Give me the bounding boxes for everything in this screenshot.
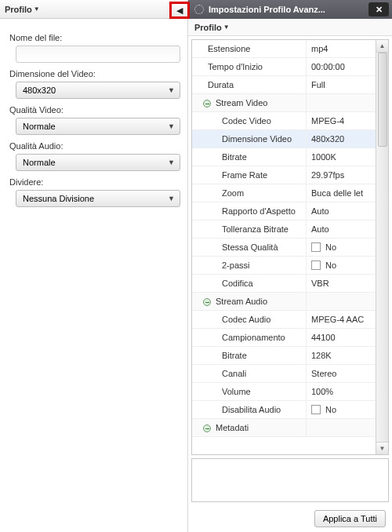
audio-quality-select[interactable]: Normale ▼: [16, 154, 180, 171]
scroll-up-icon[interactable]: ▲: [376, 40, 388, 53]
property-value[interactable]: Auto: [306, 202, 376, 220]
property-value[interactable]: 44100: [306, 329, 376, 346]
property-value[interactable]: Buca delle let: [306, 184, 376, 202]
chevron-down-icon: ▼: [168, 86, 175, 94]
chevron-down-icon: ▼: [168, 159, 175, 166]
description-box: [191, 458, 389, 502]
property-value[interactable]: Stereo: [306, 365, 376, 382]
property-value[interactable]: 100%: [306, 383, 376, 400]
filename-label: Nome del file:: [9, 33, 180, 42]
chevron-down-icon: ▼: [168, 122, 175, 130]
property-value[interactable]: 128K: [306, 347, 376, 364]
checkbox[interactable]: [311, 242, 321, 252]
property-row[interactable]: Codec VideoMPEG-4: [192, 112, 376, 130]
property-row[interactable]: Tempo d'Inizio00:00:00: [192, 58, 376, 76]
property-key: Bitrate: [192, 351, 306, 360]
property-row[interactable]: Metadati: [192, 419, 376, 437]
property-value[interactable]: VBR: [306, 275, 376, 292]
chevron-down-icon: ▼: [168, 195, 175, 202]
property-row[interactable]: Bitrate1000K: [192, 148, 376, 166]
scrollbar[interactable]: ▲ ▼: [376, 40, 388, 454]
left-header-title: Profilo: [5, 5, 32, 14]
property-key: Bitrate: [192, 152, 306, 162]
property-key: Zoom: [192, 188, 306, 198]
checkbox[interactable]: [311, 261, 321, 270]
property-value[interactable]: 480x320: [306, 130, 376, 148]
property-key: Disabilita Audio: [192, 405, 306, 414]
videosize-select[interactable]: 480x320 ▼: [16, 82, 180, 99]
property-row[interactable]: DurataFull: [192, 76, 376, 94]
split-select[interactable]: Nessuna Divisione ▼: [16, 190, 180, 207]
property-value[interactable]: [306, 419, 376, 436]
property-key: Estensione: [192, 44, 306, 53]
property-value[interactable]: MPEG-4: [306, 112, 376, 129]
property-value[interactable]: [306, 293, 376, 310]
property-key: Stream Video: [192, 98, 306, 107]
collapse-icon[interactable]: [203, 100, 211, 107]
videosize-value: 480x320: [23, 86, 56, 95]
property-row[interactable]: Bitrate128K: [192, 347, 376, 365]
property-key: Codec Video: [192, 116, 306, 126]
property-key: Codifica: [192, 279, 306, 288]
property-value[interactable]: mp4: [306, 40, 376, 57]
property-key: Volume: [192, 387, 306, 396]
property-value[interactable]: Full: [306, 76, 376, 93]
split-value: Nessuna Divisione: [23, 194, 94, 203]
left-header[interactable]: Profilo ▼: [0, 0, 187, 19]
property-row[interactable]: CanaliStereo: [192, 365, 376, 383]
property-value[interactable]: No: [306, 257, 376, 274]
profile-subheader[interactable]: Profilo ▼: [188, 19, 392, 36]
property-value[interactable]: Auto: [306, 220, 376, 238]
property-row[interactable]: Campionamento44100: [192, 329, 376, 347]
video-quality-value: Normale: [23, 122, 56, 131]
property-value[interactable]: No: [306, 239, 376, 256]
video-quality-select[interactable]: Normale ▼: [16, 118, 180, 135]
property-key: Canali: [192, 369, 306, 378]
property-key: Rapporto d'Aspetto: [192, 206, 306, 216]
property-value[interactable]: No: [306, 401, 376, 418]
property-row[interactable]: 2-passiNo: [192, 257, 376, 275]
property-value[interactable]: MPEG-4 AAC: [306, 311, 376, 328]
property-row[interactable]: Codec AudioMPEG-4 AAC: [192, 311, 376, 329]
property-grid: Estensionemp4Tempo d'Inizio00:00:00Durat…: [192, 40, 376, 454]
filename-input[interactable]: [16, 46, 180, 63]
property-row[interactable]: Volume100%: [192, 383, 376, 401]
property-row[interactable]: Tolleranza BitrateAuto: [192, 220, 376, 239]
checkbox[interactable]: [311, 405, 321, 414]
audio-quality-label: Qualità Audio:: [9, 141, 180, 151]
video-quality-label: Qualità Video:: [9, 105, 180, 115]
audio-quality-value: Normale: [23, 158, 56, 167]
apply-all-button[interactable]: Applica a Tutti: [314, 510, 386, 527]
collapse-icon[interactable]: [203, 425, 211, 432]
property-key: Dimensione Video: [192, 134, 306, 144]
property-key: Durata: [192, 80, 306, 89]
property-row[interactable]: Stessa QualitàNo: [192, 239, 376, 257]
property-row[interactable]: ZoomBuca delle let: [192, 184, 376, 202]
close-button[interactable]: ✕: [368, 2, 389, 16]
property-row[interactable]: Dimensione Video480x320: [192, 130, 376, 148]
collapse-icon[interactable]: [203, 298, 211, 306]
property-key: 2-passi: [192, 261, 306, 270]
property-key: Codec Audio: [192, 315, 306, 324]
property-row[interactable]: Frame Rate29.97fps: [192, 166, 376, 184]
property-row[interactable]: Disabilita AudioNo: [192, 401, 376, 419]
property-row[interactable]: Rapporto d'AspettoAuto: [192, 202, 376, 220]
collapse-panel-button[interactable]: ◀: [169, 2, 190, 19]
property-row[interactable]: CodificaVBR: [192, 275, 376, 293]
property-row[interactable]: Estensionemp4: [192, 40, 376, 58]
profile-subheader-title: Profilo: [194, 23, 222, 32]
property-row[interactable]: Stream Audio: [192, 293, 376, 311]
scroll-down-icon[interactable]: ▼: [376, 442, 388, 454]
property-value[interactable]: [306, 94, 376, 111]
property-key: Frame Rate: [192, 170, 306, 180]
property-value[interactable]: 29.97fps: [306, 166, 376, 184]
property-value[interactable]: 00:00:00: [306, 58, 376, 75]
chevron-down-icon: ▼: [223, 24, 230, 31]
advanced-panel-header: Impostazioni Profilo Avanz... ✕: [188, 0, 392, 19]
scroll-thumb[interactable]: [378, 53, 387, 147]
chevron-down-icon: ▼: [34, 5, 40, 13]
property-row[interactable]: Stream Video: [192, 94, 376, 112]
property-key: Campionamento: [192, 333, 306, 342]
property-key: Stream Audio: [192, 297, 306, 306]
property-value[interactable]: 1000K: [306, 148, 376, 166]
